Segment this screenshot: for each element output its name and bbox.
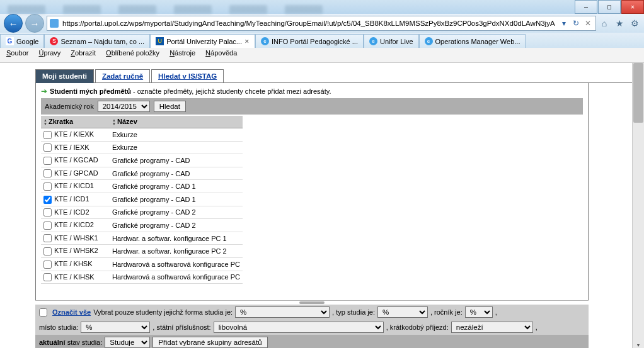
url-input[interactable] (61, 18, 556, 28)
search-button[interactable]: Hledat (154, 101, 186, 112)
row-checkbox[interactable] (43, 169, 52, 177)
table-row: KTE / KGCADGrafické programy - CAD (41, 154, 243, 167)
dropdown-history-icon[interactable]: ▾ (559, 19, 569, 28)
row-name: Grafické programy - CAD 2 (110, 206, 243, 219)
splitter-handle[interactable] (35, 300, 589, 305)
row-checkbox[interactable] (43, 222, 52, 230)
row-checkbox[interactable] (43, 273, 52, 281)
row-checkbox[interactable] (43, 143, 52, 152)
close-button[interactable]: ✕ (621, 0, 644, 14)
table-row: KTE / KIEXKExkurze (41, 128, 243, 142)
row-name: Hardwarová a softwarová konfigurace PC (110, 271, 243, 284)
status-select[interactable]: Studuje (105, 337, 150, 348)
short-stay-select[interactable]: nezáleží (451, 322, 533, 333)
short-stay-label: , krátkodobý příjezd: (386, 323, 449, 331)
tab-label: INFO Portál Pedagogické ... (272, 38, 358, 45)
tab-my-students[interactable]: Moji studenti (35, 69, 94, 83)
mark-all-link[interactable]: Označit vše (52, 308, 91, 316)
browser-tab[interactable]: SSeznam – Najdu tam, co ... (44, 34, 150, 48)
nationality-label: , státní příslušnost: (152, 323, 210, 331)
row-checkbox[interactable] (43, 196, 52, 204)
back-button[interactable]: ← (4, 14, 23, 33)
col-code[interactable]: ▲▼Zkratka (41, 116, 110, 128)
row-name: Hardwar. a softwar. konfigurace PC 1 (110, 232, 243, 245)
row-checkbox[interactable] (43, 261, 52, 269)
settings-icon[interactable]: ⚙ (629, 18, 640, 28)
browser-tabs: GGoogleSSeznam – Najdu tam, co ...UPortá… (0, 33, 644, 48)
tab-close-icon[interactable]: ✕ (244, 38, 250, 45)
browser-tab[interactable]: UPortál Univerzity Palac...✕ (150, 34, 255, 48)
menu-item[interactable]: Úpravy (35, 48, 64, 62)
tab-search-stag[interactable]: Hledat v IS/STAG (151, 69, 224, 83)
mark-all-checkbox[interactable] (39, 308, 47, 317)
row-checkbox[interactable] (43, 208, 52, 216)
table-row: KTE / IEXKExkurze (41, 141, 243, 154)
table-row: KTE / KICD1Grafické programy - CAD 1 (41, 180, 243, 193)
place-label: místo studia: (39, 323, 78, 331)
nationality-select[interactable]: libovolná (214, 322, 384, 333)
tab-manual-entry[interactable]: Zadat ručně (95, 69, 150, 83)
year-label: , ročník je: (430, 308, 463, 316)
row-name: Hardwarová a softwarová konfigurace PC (110, 258, 243, 271)
type-study-label: , typ studia je: (332, 308, 375, 316)
row-checkbox[interactable] (43, 157, 52, 165)
stop-icon[interactable]: ✕ (583, 19, 593, 28)
row-code: KTE / KIEXK (54, 130, 94, 138)
browser-tab[interactable]: eUnifor Live (364, 34, 419, 48)
row-code: KTE / KICD2 (54, 221, 94, 228)
site-icon (50, 19, 59, 28)
table-row: KTE / GPCADGrafické programy - CAD (41, 167, 243, 180)
forward-button[interactable]: → (25, 14, 44, 33)
app-tabs: Moji studenti Zadat ručně Hledat v IS/ST… (35, 69, 633, 83)
academic-year-label: Akademický rok (45, 103, 94, 110)
browser-tab[interactable]: eINFO Portál Pedagogické ... (255, 34, 364, 48)
row-checkbox[interactable] (43, 182, 52, 191)
blurred-title (3, 0, 574, 14)
favorites-icon[interactable]: ★ (614, 18, 625, 28)
academic-year-select[interactable]: 2014/2015 (98, 101, 150, 112)
menu-item[interactable]: Soubor (3, 48, 32, 62)
row-name: Grafické programy - CAD (110, 167, 243, 180)
home-icon[interactable]: ⌂ (599, 18, 610, 28)
form-study-select[interactable]: % (235, 306, 330, 318)
table-row: KTE / ICD2Grafické programy - CAD 2 (41, 206, 243, 219)
tab-label: Portál Univerzity Palac... (166, 38, 242, 45)
maximize-button[interactable]: □ (598, 0, 621, 14)
row-name: Exkurze (110, 128, 243, 142)
row-name: Hardwar. a softwar. konfigurace PC 2 (110, 245, 243, 258)
minimize-button[interactable]: — (575, 0, 597, 14)
menu-item[interactable]: Nápověda (202, 48, 241, 62)
row-checkbox[interactable] (43, 131, 52, 139)
tab-label: Operations Manager Web... (435, 38, 520, 45)
tab-label: Seznam – Najdu tam, co ... (60, 38, 144, 45)
row-code: KTE / KHSK (54, 260, 93, 267)
year-select[interactable]: % (465, 306, 493, 318)
table-row: KTE / KIHSKHardwarová a softwarová konfi… (41, 271, 243, 284)
row-code: KTE / KGCAD (54, 156, 98, 164)
row-code: KTE / WHSK1 (54, 234, 98, 242)
add-groups-button[interactable]: Přidat vybrané skupiny adresátů (152, 337, 267, 348)
row-name: Grafické programy - CAD 1 (110, 193, 243, 206)
menu-item[interactable]: Zobrazit (67, 48, 100, 62)
browser-tab[interactable]: GGoogle (0, 34, 44, 48)
row-code: KTE / ICD1 (54, 195, 89, 203)
table-row: KTE / WHSK2Hardwar. a softwar. konfigura… (41, 245, 243, 258)
form-study-label: Vybrat pouze studenty jejichž forma stud… (93, 308, 233, 316)
row-checkbox[interactable] (43, 247, 52, 255)
arrow-right-icon: ➔ (41, 87, 47, 96)
type-study-select[interactable]: % (377, 306, 428, 318)
row-checkbox[interactable] (43, 234, 52, 242)
window-titlebar: — □ ✕ (0, 0, 644, 14)
place-select[interactable]: % (81, 322, 150, 333)
table-row: KTE / KICD2Grafické programy - CAD 2 (41, 219, 243, 232)
col-name[interactable]: ▲▼Název (110, 116, 243, 128)
menu-item[interactable]: Nástroje (166, 48, 199, 62)
refresh-icon[interactable]: ↻ (571, 19, 581, 28)
tab-label: Google (16, 38, 38, 45)
page-scrollbar[interactable]: ▲ ▼ (632, 63, 644, 348)
browser-tab[interactable]: eOperations Manager Web... (419, 34, 526, 48)
tab-label: Unifor Live (380, 38, 413, 45)
table-row: KTE / ICD1Grafické programy - CAD 1 (41, 193, 243, 206)
menu-item[interactable]: Oblíbené položky (102, 48, 163, 62)
row-code: KTE / ICD2 (54, 208, 89, 216)
